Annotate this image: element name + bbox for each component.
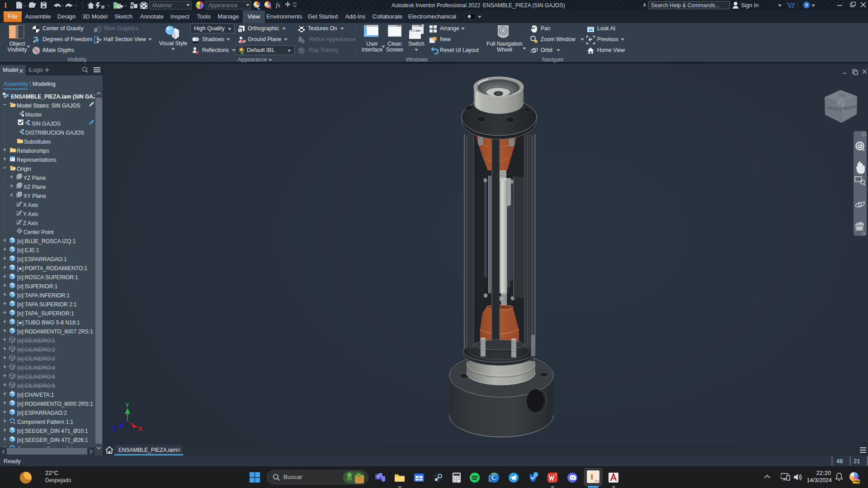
svg-text:Material: Material [152, 2, 172, 9]
svg-text:PRO: PRO [594, 480, 599, 483]
svg-text:I: I [4, 1, 7, 9]
svg-text:Autodesk Inventor Professional: Autodesk Inventor Professional 2022 [392, 2, 480, 9]
svg-text:Search Help & Commands...: Search Help & Commands... [651, 2, 720, 9]
svg-text:1: 1 [535, 473, 537, 477]
svg-text:Z: Z [112, 425, 115, 432]
svg-text:2: 2 [555, 473, 557, 477]
svg-text:Sign In: Sign In [741, 2, 759, 9]
svg-text:T: T [377, 475, 379, 479]
svg-text:fx: fx [276, 2, 281, 9]
svg-text:I: I [590, 473, 594, 481]
svg-text:Appearance: Appearance [208, 2, 238, 9]
svg-text:PRE: PRE [854, 480, 860, 483]
svg-text:Y: Y [125, 402, 129, 408]
svg-text:ENSAMBLE_PIEZA (SIN GAJOS): ENSAMBLE_PIEZA (SIN GAJOS) [483, 2, 565, 9]
svg-text:X: X [138, 425, 142, 432]
svg-text:?: ? [805, 3, 808, 8]
